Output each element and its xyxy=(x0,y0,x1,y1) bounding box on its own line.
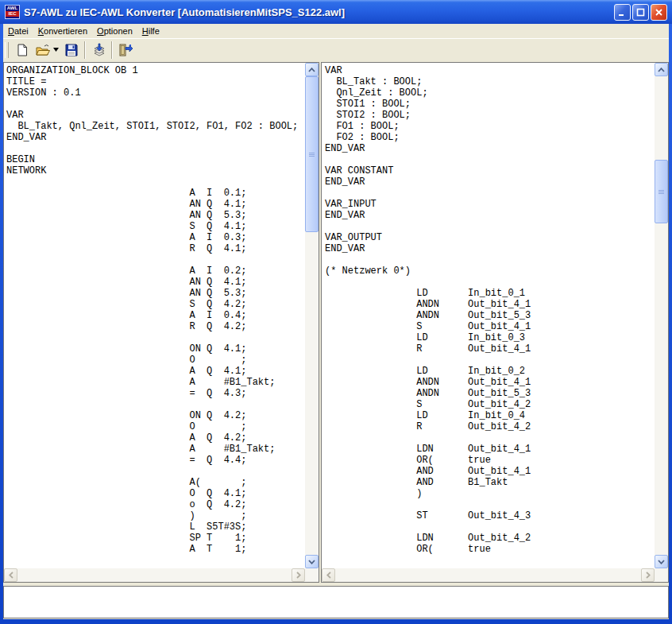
convert-button[interactable] xyxy=(89,41,108,60)
open-dropdown-icon xyxy=(53,48,59,52)
chevron-down-icon xyxy=(658,560,665,564)
save-button[interactable] xyxy=(62,41,81,60)
scroll-right-button[interactable] xyxy=(292,568,305,582)
close-icon xyxy=(655,8,663,17)
minimize-button[interactable] xyxy=(614,4,631,21)
source-code-text[interactable]: ORGANIZATION_BLOCK OB 1 TITLE = VERSION … xyxy=(4,63,305,568)
output-horizontal-scrollbar[interactable] xyxy=(322,568,655,582)
open-folder-icon xyxy=(35,43,51,57)
chevron-left-icon xyxy=(9,572,14,579)
scroll-thumb[interactable] xyxy=(305,76,319,232)
chevron-left-icon xyxy=(326,572,331,579)
close-button[interactable] xyxy=(651,4,667,21)
source-vertical-scrollbar[interactable] xyxy=(305,63,319,568)
exit-icon xyxy=(118,43,133,57)
open-file-button[interactable] xyxy=(33,41,52,60)
new-file-button[interactable] xyxy=(13,41,32,60)
scrollbar-corner xyxy=(655,568,668,582)
message-box[interactable] xyxy=(3,586,669,618)
app-icon-awl-label: AWL xyxy=(6,6,19,11)
scrollbar-corner xyxy=(305,568,319,582)
save-icon xyxy=(64,43,79,57)
output-pane: VAR BL_Takt : BOOL; Qnl_Zeit : BOOL; STO… xyxy=(321,62,669,583)
app-icon-iec-label: IEC xyxy=(6,11,19,17)
window-controls xyxy=(614,4,667,21)
minimize-icon xyxy=(618,8,627,17)
maximize-button[interactable] xyxy=(632,4,649,21)
exit-button[interactable] xyxy=(116,41,135,60)
source-horizontal-scrollbar[interactable] xyxy=(4,568,305,582)
title-bar[interactable]: AWL IEC S7-AWL zu IEC-AWL Konverter [Aut… xyxy=(0,0,672,24)
app-icon[interactable]: AWL IEC xyxy=(5,5,20,19)
scroll-right-button[interactable] xyxy=(641,568,655,582)
toolbar-separator xyxy=(111,41,113,59)
chevron-down-icon xyxy=(308,560,315,564)
menu-item-konvertieren[interactable]: Konvertieren xyxy=(33,25,92,37)
new-document-icon xyxy=(15,43,29,57)
toolbar-separator xyxy=(84,41,86,59)
open-file-dropdown-button[interactable] xyxy=(52,41,60,60)
output-vertical-scrollbar[interactable] xyxy=(655,63,668,568)
window-title: S7-AWL zu IEC-AWL Konverter [Automatisie… xyxy=(24,6,614,18)
chevron-up-icon xyxy=(308,68,315,72)
scroll-left-button[interactable] xyxy=(4,568,17,582)
scroll-down-button[interactable] xyxy=(305,555,319,568)
scroll-up-button[interactable] xyxy=(305,63,319,76)
menu-item-optionen[interactable]: Optionen xyxy=(92,25,137,37)
chevron-right-icon xyxy=(646,572,651,579)
menu-item-datei[interactable]: Datei xyxy=(3,25,33,37)
scroll-left-button[interactable] xyxy=(322,568,335,582)
scroll-down-button[interactable] xyxy=(655,555,668,568)
toolbar xyxy=(3,38,669,60)
output-code-text[interactable]: VAR BL_Takt : BOOL; Qnl_Zeit : BOOL; STO… xyxy=(322,63,655,568)
toolbar-gripper[interactable] xyxy=(5,42,9,58)
chevron-right-icon xyxy=(296,572,301,579)
menu-item-hilfe[interactable]: Hilfe xyxy=(137,25,164,37)
menu-bar: Datei Konvertieren Optionen Hilfe xyxy=(3,24,669,38)
scroll-up-button[interactable] xyxy=(655,63,668,76)
maximize-icon xyxy=(636,8,645,17)
app-window: AWL IEC S7-AWL zu IEC-AWL Konverter [Aut… xyxy=(0,0,672,624)
chevron-up-icon xyxy=(658,68,665,72)
convert-icon xyxy=(91,43,106,57)
source-pane: ORGANIZATION_BLOCK OB 1 TITLE = VERSION … xyxy=(3,62,319,583)
scroll-thumb[interactable] xyxy=(655,160,668,223)
